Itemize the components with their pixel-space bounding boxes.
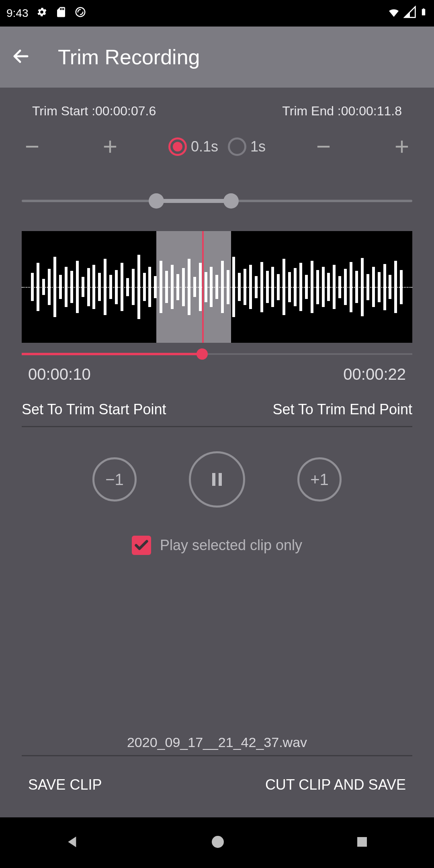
page-title: Trim Recording	[58, 45, 200, 69]
svg-rect-2	[423, 8, 424, 9]
step-coarse-radio[interactable]: 1s	[228, 137, 266, 156]
trim-info: Trim Start :00:00:07.6 Trim End :00:00:1…	[0, 88, 434, 127]
step-coarse-label: 1s	[250, 138, 266, 155]
nav-home-icon[interactable]	[210, 834, 226, 852]
step-fine-label: 0.1s	[191, 138, 218, 155]
svg-point-11	[212, 836, 224, 848]
end-increment-button[interactable]	[382, 131, 422, 163]
playback-controls: −1 +1	[0, 451, 434, 508]
signal-icon	[403, 6, 416, 21]
range-end-handle[interactable]	[223, 193, 239, 209]
time-row: 00:00:10 00:00:22	[28, 365, 406, 383]
playhead-indicator	[202, 231, 204, 343]
svg-rect-12	[357, 837, 367, 847]
playback-slider[interactable]	[22, 346, 412, 362]
trim-range-slider[interactable]	[22, 187, 412, 215]
step-fine-radio[interactable]: 0.1s	[168, 137, 218, 156]
svg-rect-10	[219, 473, 222, 486]
play-pause-button[interactable]	[189, 451, 245, 508]
total-time: 00:00:22	[343, 365, 406, 383]
trim-start-text: Trim Start :00:00:07.6	[32, 104, 156, 119]
clip-only-label: Play selected clip only	[160, 537, 302, 554]
set-end-button[interactable]: Set To Trim End Point	[272, 401, 412, 418]
settings-icon	[36, 6, 48, 21]
set-start-button[interactable]: Set To Trim Start Point	[22, 401, 166, 418]
svg-rect-9	[212, 473, 215, 486]
back-button[interactable]	[11, 47, 31, 68]
current-time: 00:00:10	[28, 365, 91, 383]
app-bar: Trim Recording	[0, 27, 434, 88]
svg-point-0	[76, 7, 85, 16]
svg-rect-1	[422, 9, 425, 15]
range-start-handle[interactable]	[149, 193, 164, 209]
end-decrement-button[interactable]	[303, 131, 344, 163]
skip-forward-button[interactable]: +1	[297, 457, 342, 502]
stepper-row: 0.1s 1s	[0, 127, 434, 175]
sync-icon	[74, 6, 86, 21]
clip-only-checkbox[interactable]	[132, 536, 151, 555]
nav-recent-icon[interactable]	[355, 835, 369, 851]
status-bar: 9:43	[0, 0, 434, 27]
wifi-icon	[387, 6, 400, 21]
trim-end-text: Trim End :00:00:11.8	[282, 104, 402, 119]
save-clip-button[interactable]: SAVE CLIP	[28, 776, 102, 793]
battery-icon	[420, 6, 428, 21]
filename-field[interactable]: 2020_09_17__21_42_37.wav	[22, 735, 412, 756]
status-time: 9:43	[6, 7, 29, 20]
skip-back-button[interactable]: −1	[92, 457, 137, 502]
start-increment-button[interactable]	[90, 131, 130, 163]
waveform-display[interactable]	[22, 231, 412, 343]
navigation-bar	[0, 817, 434, 868]
start-decrement-button[interactable]	[12, 131, 52, 163]
cut-clip-save-button[interactable]: CUT CLIP AND SAVE	[265, 776, 406, 793]
sd-card-icon	[55, 6, 67, 21]
nav-back-icon[interactable]	[65, 834, 81, 852]
clip-only-row[interactable]: Play selected clip only	[0, 536, 434, 555]
